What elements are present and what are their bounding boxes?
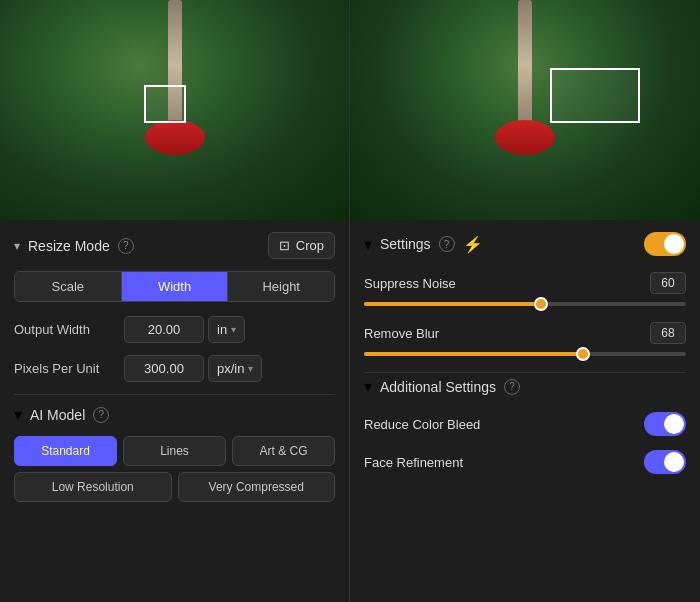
bird-selection-box[interactable] <box>550 68 640 123</box>
ppu-chevron: ▾ <box>248 363 253 374</box>
settings-title: Settings <box>380 236 431 252</box>
remove-blur-section: Remove Blur 68 <box>364 322 686 356</box>
feeder-decoration-right <box>518 0 532 130</box>
left-image-preview <box>0 0 349 220</box>
ai-model-header: ▾ AI Model ? <box>14 405 335 424</box>
suppress-noise-section: Suppress Noise 60 <box>364 272 686 306</box>
crop-icon: ⊡ <box>279 238 290 253</box>
output-width-unit-value: in <box>217 322 227 337</box>
output-width-label: Output Width <box>14 322 124 337</box>
model-lines-btn[interactable]: Lines <box>123 436 226 466</box>
settings-chevron[interactable]: ▾ <box>364 235 372 254</box>
remove-blur-track[interactable] <box>364 352 686 356</box>
ai-model-primary-buttons: Standard Lines Art & CG <box>14 436 335 466</box>
resize-mode-title: Resize Mode <box>28 238 110 254</box>
feeder-base-right <box>495 120 555 155</box>
ai-model-help[interactable]: ? <box>93 407 109 423</box>
reduce-color-bleed-knob <box>664 414 684 434</box>
output-width-input[interactable] <box>124 316 204 343</box>
remove-blur-fill <box>364 352 583 356</box>
ai-model-title: AI Model <box>30 407 85 423</box>
crop-selection-box[interactable] <box>144 85 186 123</box>
reduce-color-bleed-label: Reduce Color Bleed <box>364 417 644 432</box>
pixels-per-unit-row: Pixels Per Unit px/in ▾ <box>14 355 335 382</box>
pixels-per-unit-input[interactable] <box>124 355 204 382</box>
model-standard-btn[interactable]: Standard <box>14 436 117 466</box>
left-controls: ▾ Resize Mode ? ⊡ Crop Scale Width Heigh… <box>0 220 349 602</box>
settings-help[interactable]: ? <box>439 236 455 252</box>
right-image-preview <box>350 0 700 220</box>
remove-blur-value[interactable]: 68 <box>650 322 686 344</box>
suppress-noise-label: Suppress Noise <box>364 276 456 291</box>
tab-height[interactable]: Height <box>228 272 334 301</box>
unit-chevron: ▾ <box>231 324 236 335</box>
divider-1 <box>14 394 335 395</box>
crop-button[interactable]: ⊡ Crop <box>268 232 335 259</box>
reduce-color-bleed-row: Reduce Color Bleed <box>364 412 686 436</box>
toggle-knob <box>664 234 684 254</box>
additional-settings-help[interactable]: ? <box>504 379 520 395</box>
remove-blur-header: Remove Blur 68 <box>364 322 686 344</box>
reduce-color-bleed-toggle[interactable] <box>644 412 686 436</box>
output-width-unit-select[interactable]: in ▾ <box>208 316 245 343</box>
crop-label: Crop <box>296 238 324 253</box>
suppress-noise-track[interactable] <box>364 302 686 306</box>
suppress-noise-header: Suppress Noise 60 <box>364 272 686 294</box>
model-low-res-btn[interactable]: Low Resolution <box>14 472 172 502</box>
remove-blur-label: Remove Blur <box>364 326 439 341</box>
feeder-base-left <box>145 120 205 155</box>
output-width-row: Output Width in ▾ <box>14 316 335 343</box>
right-controls: ▾ Settings ? ⚡ Suppress Noise 60 Remove … <box>350 220 700 602</box>
tab-width[interactable]: Width <box>122 272 229 301</box>
remove-blur-thumb[interactable] <box>576 347 590 361</box>
lightning-icon: ⚡ <box>463 235 483 254</box>
model-very-compressed-btn[interactable]: Very Compressed <box>178 472 336 502</box>
resize-mode-header: ▾ Resize Mode ? ⊡ Crop <box>14 232 335 259</box>
left-panel: ▾ Resize Mode ? ⊡ Crop Scale Width Heigh… <box>0 0 350 602</box>
face-refinement-row: Face Refinement <box>364 450 686 474</box>
pixels-per-unit-select[interactable]: px/in ▾ <box>208 355 262 382</box>
pixels-per-unit-unit-value: px/in <box>217 361 244 376</box>
resize-mode-chevron[interactable]: ▾ <box>14 239 20 253</box>
resize-mode-help[interactable]: ? <box>118 238 134 254</box>
suppress-noise-thumb[interactable] <box>534 297 548 311</box>
settings-header: ▾ Settings ? ⚡ <box>364 232 686 256</box>
additional-settings-title: Additional Settings <box>380 379 496 395</box>
ai-model-secondary-buttons: Low Resolution Very Compressed <box>14 472 335 502</box>
settings-main-toggle[interactable] <box>644 232 686 256</box>
ai-model-chevron[interactable]: ▾ <box>14 405 22 424</box>
right-panel: ▾ Settings ? ⚡ Suppress Noise 60 Remove … <box>350 0 700 602</box>
face-refinement-label: Face Refinement <box>364 455 644 470</box>
tab-scale[interactable]: Scale <box>15 272 122 301</box>
pixels-per-unit-label: Pixels Per Unit <box>14 361 124 376</box>
additional-settings-chevron[interactable]: ▾ <box>364 377 372 396</box>
suppress-noise-value[interactable]: 60 <box>650 272 686 294</box>
model-art-cg-btn[interactable]: Art & CG <box>232 436 335 466</box>
scale-mode-tabs: Scale Width Height <box>14 271 335 302</box>
face-refinement-toggle[interactable] <box>644 450 686 474</box>
suppress-noise-fill <box>364 302 541 306</box>
additional-settings-header: ▾ Additional Settings ? <box>364 372 686 396</box>
face-refinement-knob <box>664 452 684 472</box>
